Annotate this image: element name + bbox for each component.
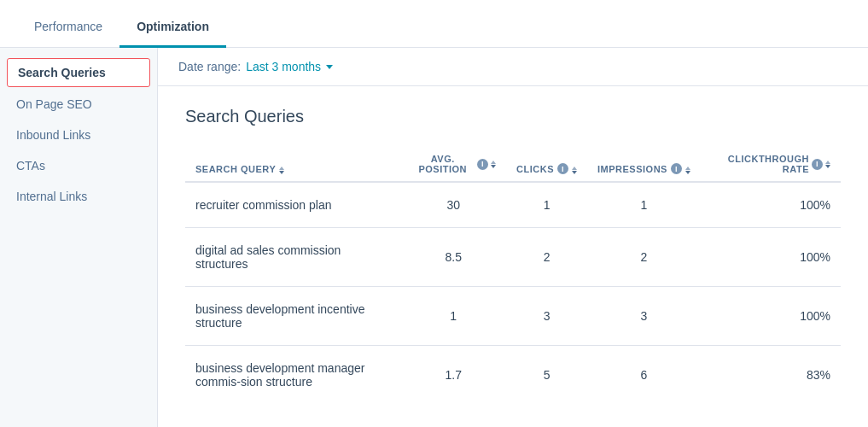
- cell-ctr-3: 83%: [701, 346, 841, 405]
- sidebar: Search Queries On Page SEO Inbound Links…: [0, 48, 158, 427]
- content-inner: Search Queries SEARCH QUERY: [158, 86, 868, 424]
- cell-query-1: digital ad sales commission structures: [185, 228, 400, 287]
- cell-avg-position-2: 1: [400, 287, 506, 346]
- info-icon-ctr[interactable]: i: [812, 159, 823, 170]
- info-icon-avg-position[interactable]: i: [477, 159, 488, 170]
- sidebar-item-search-queries[interactable]: Search Queries: [7, 58, 150, 87]
- search-queries-table: SEARCH QUERY AVG. POSITION i: [185, 147, 841, 404]
- cell-ctr-0: 100%: [701, 182, 841, 228]
- sort-icon-impressions[interactable]: [685, 167, 690, 174]
- table-row: business development incentive structure…: [185, 287, 841, 346]
- table-header-row: SEARCH QUERY AVG. POSITION i: [185, 147, 841, 182]
- chevron-down-icon: [326, 65, 333, 69]
- date-range-bar: Date range: Last 3 months: [158, 48, 868, 86]
- cell-impressions-2: 3: [587, 287, 701, 346]
- cell-ctr-1: 100%: [701, 228, 841, 287]
- sidebar-item-inbound-links[interactable]: Inbound Links: [0, 120, 157, 150]
- date-range-label: Date range:: [178, 60, 241, 73]
- sidebar-item-ctas[interactable]: CTAs: [0, 150, 157, 181]
- sidebar-item-on-page-seo[interactable]: On Page SEO: [0, 89, 157, 120]
- col-header-ctr: CLICKTHROUGH RATE i: [701, 147, 841, 182]
- sort-icon-query[interactable]: [279, 167, 284, 174]
- cell-query-2: business development incentive structure: [185, 287, 400, 346]
- cell-query-0: recruiter commission plan: [185, 182, 400, 228]
- cell-impressions-1: 2: [587, 228, 701, 287]
- cell-clicks-2: 3: [506, 287, 587, 346]
- date-range-dropdown[interactable]: Last 3 months: [246, 60, 333, 73]
- col-header-avg-position: AVG. POSITION i: [400, 147, 506, 182]
- col-header-clicks: CLICKS i: [506, 147, 587, 182]
- info-icon-clicks[interactable]: i: [557, 163, 568, 174]
- cell-clicks-1: 2: [506, 228, 587, 287]
- date-range-value-text: Last 3 months: [246, 60, 321, 73]
- top-tab-bar: Performance Optimization: [0, 0, 868, 48]
- cell-clicks-3: 5: [506, 346, 587, 405]
- section-title: Search Queries: [185, 107, 841, 126]
- table-row: digital ad sales commission structures 8…: [185, 228, 841, 287]
- cell-avg-position-1: 8.5: [400, 228, 506, 287]
- col-header-query: SEARCH QUERY: [185, 147, 400, 182]
- cell-avg-position-3: 1.7: [400, 346, 506, 405]
- cell-avg-position-0: 30: [400, 182, 506, 228]
- cell-impressions-3: 6: [587, 346, 701, 405]
- tab-optimization[interactable]: Optimization: [119, 6, 226, 48]
- info-icon-impressions[interactable]: i: [671, 163, 682, 174]
- cell-clicks-0: 1: [506, 182, 587, 228]
- cell-query-3: business development manager commis-sion…: [185, 346, 400, 405]
- tab-performance[interactable]: Performance: [17, 6, 119, 48]
- main-layout: Search Queries On Page SEO Inbound Links…: [0, 48, 868, 427]
- col-header-impressions: IMPRESSIONS i: [587, 147, 701, 182]
- cell-impressions-0: 1: [587, 182, 701, 228]
- table-row: business development manager commis-sion…: [185, 346, 841, 405]
- sort-icon-clicks[interactable]: [572, 167, 577, 174]
- table-row: recruiter commission plan 30 1 1 100%: [185, 182, 841, 228]
- content-area: Date range: Last 3 months Search Queries…: [158, 48, 868, 427]
- sidebar-item-internal-links[interactable]: Internal Links: [0, 181, 157, 212]
- sort-icon-avg-position[interactable]: [491, 161, 496, 168]
- cell-ctr-2: 100%: [701, 287, 841, 346]
- sort-icon-ctr[interactable]: [825, 161, 830, 168]
